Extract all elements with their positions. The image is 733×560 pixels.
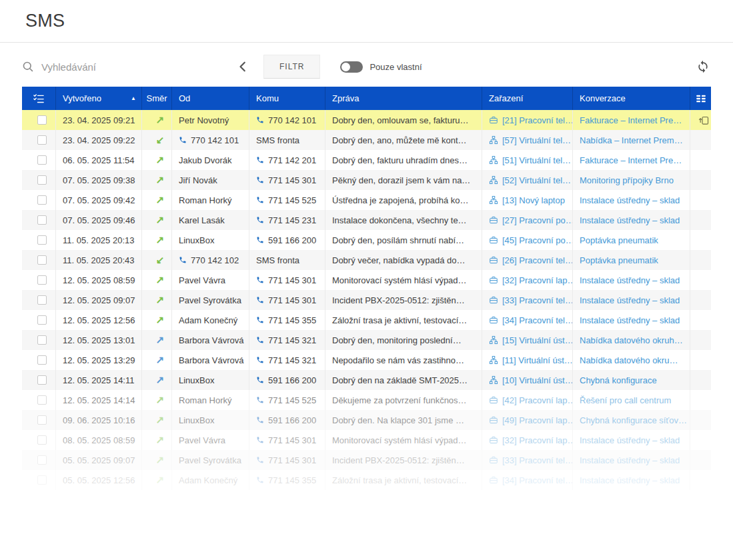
device-link[interactable]: [32] Pracovní lap…: [489, 435, 572, 445]
table-row[interactable]: 12. 05. 2025 13:29 ↗ Barbora Vávrová 771…: [22, 350, 711, 370]
row-checkbox[interactable]: [37, 255, 47, 265]
to-text: 591 166 200: [268, 375, 316, 385]
conversation-link[interactable]: Instalace ústředny – sklad: [580, 475, 680, 485]
conversation-link[interactable]: Fakturace – Internet Pre…: [580, 115, 682, 125]
row-checkbox[interactable]: [37, 435, 47, 445]
conversation-link[interactable]: Chybná konfigurace síťov…: [580, 415, 687, 425]
device-link[interactable]: [33] Pracovní tel…: [489, 295, 572, 305]
conversation-link[interactable]: Nabídka datového okruh…: [580, 335, 683, 345]
row-checkbox[interactable]: [37, 175, 47, 185]
row-checkbox[interactable]: [37, 315, 47, 325]
conversation-link[interactable]: Instalace ústředny – sklad: [580, 315, 680, 325]
device-text: [26] Pracovní tel…: [502, 255, 572, 265]
column-header-device[interactable]: Zařazení: [482, 87, 573, 110]
device-link[interactable]: [15] Virtuální úst…: [489, 335, 572, 345]
row-checkbox[interactable]: [37, 415, 47, 425]
row-checkbox[interactable]: [37, 455, 47, 465]
column-header-created[interactable]: Vytvořeno ▲: [56, 87, 142, 110]
row-checkbox[interactable]: [37, 275, 47, 285]
row-checkbox[interactable]: [37, 335, 47, 345]
row-checkbox[interactable]: [37, 395, 47, 405]
conversation-link[interactable]: Poptávka pneumatik: [580, 235, 658, 245]
conversation-link[interactable]: Řešení pro call centrum: [580, 395, 671, 405]
row-checkbox[interactable]: [37, 195, 47, 205]
table-row[interactable]: 23. 04. 2025 09:22 ↙ 770 142 101 SMS fro…: [22, 130, 711, 150]
device-link[interactable]: [51] Virtuální tel…: [489, 155, 571, 165]
only-own-toggle[interactable]: [340, 61, 363, 73]
device-link[interactable]: [57] Virtuální tel…: [489, 135, 571, 145]
conversation-link[interactable]: Chybná konfigurace: [580, 375, 657, 385]
table-row[interactable]: 12. 05. 2025 13:01 ↗ Barbora Vávrová 771…: [22, 330, 711, 350]
row-checkbox[interactable]: [37, 475, 47, 485]
table-row[interactable]: 08. 05. 2025 08:59 ↗ Pavel Vávra 771 145…: [22, 430, 711, 450]
conversation-link[interactable]: Instalace ústředny – sklad: [580, 275, 680, 285]
table-row[interactable]: 23. 04. 2025 09:21 ↗ Petr Novotný 770 14…: [22, 110, 711, 130]
table-row[interactable]: 09. 06. 2025 10:16 ↗ LinuxBox 591 166 20…: [22, 410, 711, 430]
device-link[interactable]: [10] Virtuální úst…: [489, 375, 572, 385]
conversation-link[interactable]: Fakturace – Internet Pre…: [580, 155, 682, 165]
table-row[interactable]: 05. 05. 2025 12:56 ↗ Adam Konečný 771 14…: [22, 470, 711, 490]
table-row[interactable]: 12. 05. 2025 14:14 ↗ Roman Horký 771 145…: [22, 390, 711, 410]
device-link[interactable]: [11] Virtuální úst…: [489, 355, 572, 365]
search-input[interactable]: [41, 61, 201, 73]
device-link[interactable]: [13] Nový laptop: [489, 195, 565, 205]
row-checkbox[interactable]: [37, 115, 47, 125]
table-row[interactable]: 12. 05. 2025 08:59 ↗ Pavel Vávra 771 145…: [22, 270, 711, 290]
column-header-to[interactable]: Komu: [249, 87, 325, 110]
select-all-header[interactable]: [22, 87, 56, 110]
message-text: Záložní trasa je aktivní, testovací…: [332, 315, 467, 325]
filter-button[interactable]: FILTR: [263, 55, 320, 79]
device-link[interactable]: [27] Pracovní po…: [489, 215, 572, 225]
conversation-link[interactable]: Instalace ústředny – sklad: [580, 455, 680, 465]
conversation-link[interactable]: Nabídka – Internet Prem…: [580, 135, 683, 145]
column-header-conversation[interactable]: Konverzace: [573, 87, 690, 110]
table-row[interactable]: 05. 05. 2025 09:07 ↗ Pavel Syrovátka 771…: [22, 450, 711, 470]
chevron-left-icon[interactable]: [237, 60, 247, 73]
row-checkbox[interactable]: [37, 295, 47, 305]
conversation-link[interactable]: Nabídka datového okru…: [580, 355, 678, 365]
row-checkbox[interactable]: [37, 375, 47, 385]
device-link[interactable]: [26] Pracovní tel…: [489, 255, 572, 265]
column-header-label: Směr: [146, 93, 167, 103]
table-row[interactable]: 07. 05. 2025 09:46 ↗ Karel Lasák 771 145…: [22, 210, 711, 230]
conversation-link[interactable]: Monitoring přípojky Brno: [580, 175, 674, 185]
table-row[interactable]: 06. 05. 2025 11:54 ↗ Jakub Dvorák 771 14…: [22, 150, 711, 170]
table-row[interactable]: 12. 05. 2025 14:11 ↗ LinuxBox 591 166 20…: [22, 370, 711, 390]
to-cell: 771 145 355: [249, 470, 325, 490]
refresh-button[interactable]: [696, 60, 710, 73]
conversation-link[interactable]: Instalace ústředny – sklad: [580, 215, 680, 225]
to-text: 771 142 201: [268, 155, 316, 165]
table-row[interactable]: 11. 05. 2025 20:13 ↗ LinuxBox 591 166 20…: [22, 230, 711, 250]
assign-conversation-icon[interactable]: [698, 115, 710, 126]
table-row[interactable]: 07. 05. 2025 09:38 ↗ Jiří Novák 771 145 …: [22, 170, 711, 190]
column-header-message[interactable]: Zpráva: [325, 87, 482, 110]
row-checkbox[interactable]: [37, 215, 47, 225]
row-checkbox[interactable]: [37, 355, 47, 365]
created-cell: 07. 05. 2025 09:38: [56, 170, 142, 190]
conversation-link[interactable]: Poptávka pneumatik: [580, 255, 658, 265]
column-settings-header[interactable]: [690, 87, 711, 110]
device-link[interactable]: [49] Pracovní lap…: [489, 415, 572, 425]
device-link[interactable]: [21] Pracovní tel…: [489, 115, 572, 125]
row-checkbox[interactable]: [37, 235, 47, 245]
device-link[interactable]: [34] Pracovní tel…: [489, 315, 572, 325]
device-link[interactable]: [34] Pracovní tel…: [489, 475, 572, 485]
column-header-label: Od: [179, 93, 190, 103]
conversation-link[interactable]: Instalace ústředny – sklad: [580, 435, 680, 445]
device-link[interactable]: [33] Pracovní tel…: [489, 455, 572, 465]
row-checkbox[interactable]: [37, 155, 47, 165]
column-header-direction[interactable]: Směr: [142, 87, 172, 110]
table-row[interactable]: 12. 05. 2025 09:07 ↗ Pavel Syrovátka 771…: [22, 290, 711, 310]
table-row[interactable]: 12. 05. 2025 12:56 ↗ Adam Konečný 771 14…: [22, 310, 711, 330]
device-link[interactable]: [32] Pracovní lap…: [489, 275, 572, 285]
device-link[interactable]: [45] Pracovní po…: [489, 235, 572, 245]
device-link[interactable]: [52] Virtuální tel…: [489, 175, 571, 185]
row-checkbox[interactable]: [37, 135, 47, 145]
conversation-link[interactable]: Instalace ústředny – sklad: [580, 195, 680, 205]
device-link[interactable]: [42] Pracovní lap…: [489, 395, 572, 405]
conversation-link[interactable]: Instalace ústředny – sklad: [580, 295, 680, 305]
direction-icon: ↗: [156, 214, 165, 226]
column-header-from[interactable]: Od: [172, 87, 249, 110]
table-row[interactable]: 11. 05. 2025 20:43 ↙ 770 142 102 SMS fro…: [22, 250, 711, 270]
table-row[interactable]: 07. 05. 2025 09:42 ↗ Roman Horký 771 145…: [22, 190, 711, 210]
